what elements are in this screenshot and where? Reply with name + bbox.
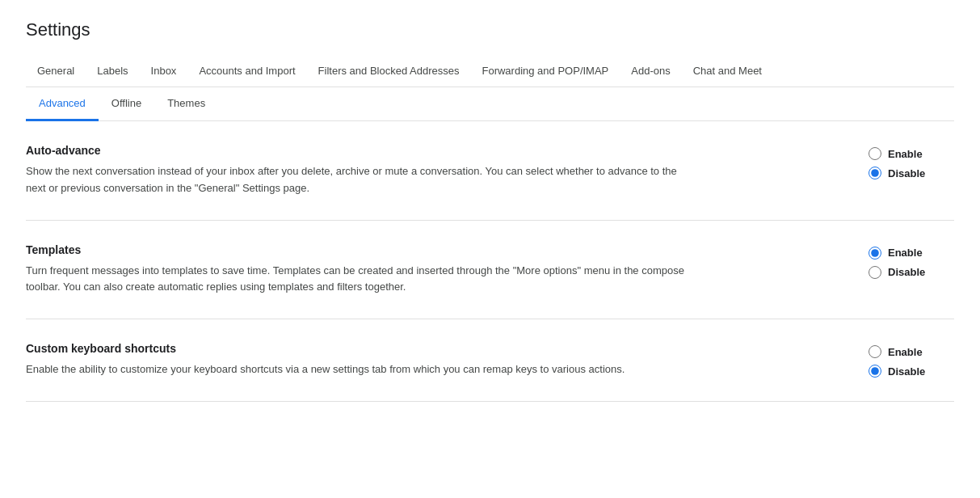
templates-disable-option[interactable]: Disable [869, 266, 954, 279]
templates-desc: Turn frequent messages into templates to… [26, 263, 696, 297]
primary-nav: General Labels Inbox Accounts and Import… [26, 57, 954, 87]
templates-left: Templates Turn frequent messages into te… [26, 243, 696, 297]
templates-options: Enable Disable [849, 243, 954, 279]
tab-labels[interactable]: Labels [86, 57, 139, 87]
auto-advance-options: Enable Disable [849, 144, 954, 179]
keyboard-enable-option[interactable]: Enable [869, 345, 954, 358]
page-title: Settings [26, 19, 954, 40]
auto-advance-enable-radio[interactable] [869, 147, 881, 160]
keyboard-shortcuts-options: Enable Disable [849, 342, 954, 378]
keyboard-disable-label: Disable [888, 365, 925, 378]
tab-chat-meet[interactable]: Chat and Meet [682, 57, 773, 87]
keyboard-shortcuts-left: Custom keyboard shortcuts Enable the abi… [26, 342, 696, 378]
keyboard-enable-label: Enable [888, 346, 923, 358]
keyboard-disable-radio[interactable] [869, 365, 881, 378]
tab-inbox[interactable]: Inbox [140, 57, 188, 87]
auto-advance-left: Auto-advance Show the next conversation … [26, 144, 696, 197]
settings-content: Auto-advance Show the next conversation … [26, 121, 954, 402]
tab-offline[interactable]: Offline [99, 87, 154, 121]
templates-disable-label: Disable [888, 266, 925, 278]
templates-title: Templates [26, 243, 696, 256]
tab-filters-blocked[interactable]: Filters and Blocked Addresses [307, 57, 471, 87]
keyboard-shortcuts-section: Custom keyboard shortcuts Enable the abi… [26, 319, 954, 402]
keyboard-enable-radio[interactable] [869, 345, 881, 358]
auto-advance-disable-label: Disable [888, 167, 925, 179]
tab-themes[interactable]: Themes [154, 87, 218, 121]
settings-page: Settings General Labels Inbox Accounts a… [0, 0, 980, 498]
keyboard-shortcuts-desc: Enable the ability to customize your key… [26, 361, 696, 378]
keyboard-shortcuts-title: Custom keyboard shortcuts [26, 342, 696, 355]
auto-advance-enable-option[interactable]: Enable [869, 147, 954, 160]
secondary-nav: Advanced Offline Themes [26, 87, 954, 121]
templates-enable-label: Enable [888, 247, 923, 259]
auto-advance-enable-label: Enable [888, 148, 923, 160]
tab-advanced[interactable]: Advanced [26, 87, 99, 121]
templates-section: Templates Turn frequent messages into te… [26, 221, 954, 320]
templates-enable-radio[interactable] [869, 247, 881, 260]
tab-accounts-import[interactable]: Accounts and Import [187, 57, 306, 87]
keyboard-disable-option[interactable]: Disable [869, 365, 954, 378]
templates-enable-option[interactable]: Enable [869, 247, 954, 260]
auto-advance-title: Auto-advance [26, 144, 696, 157]
auto-advance-section: Auto-advance Show the next conversation … [26, 121, 954, 221]
tab-general[interactable]: General [26, 57, 86, 87]
auto-advance-disable-radio[interactable] [869, 167, 881, 179]
templates-disable-radio[interactable] [869, 266, 881, 279]
tab-add-ons[interactable]: Add-ons [620, 57, 681, 87]
auto-advance-disable-option[interactable]: Disable [869, 167, 954, 179]
tab-forwarding-pop-imap[interactable]: Forwarding and POP/IMAP [470, 57, 620, 87]
auto-advance-desc: Show the next conversation instead of yo… [26, 163, 696, 197]
